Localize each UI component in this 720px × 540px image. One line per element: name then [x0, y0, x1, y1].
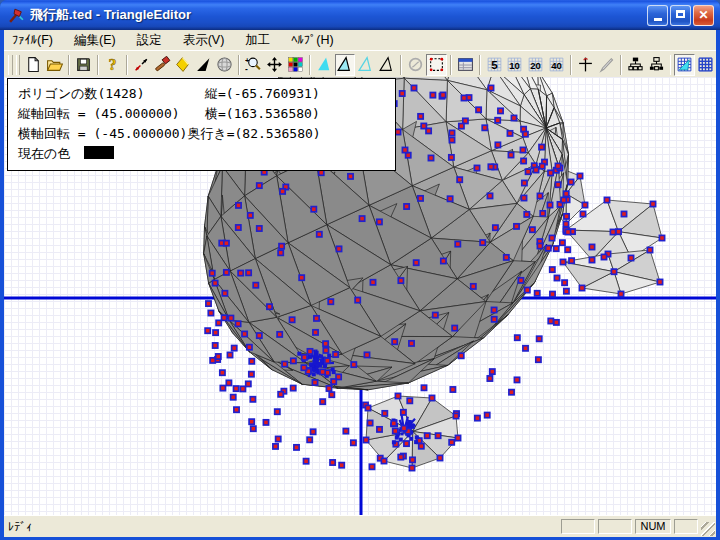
polygon-count-label: ポリゴンの数(1428): [18, 84, 205, 104]
toolbar-button-grid-blue[interactable]: [695, 54, 716, 76]
app-icon: [8, 7, 25, 24]
pen-icon: [598, 56, 615, 73]
current-color-label: 現在の色: [18, 146, 70, 161]
menu-item-file[interactable]: ﾌｧｲﾙ(F): [4, 31, 61, 49]
zoom-icon: +-: [245, 56, 262, 73]
toolbar-button-select-arrows[interactable]: [131, 54, 152, 76]
toolbar-separator: [238, 55, 240, 75]
triangle-light-icon: [357, 56, 374, 73]
toolbar-separator: [97, 55, 99, 75]
toolbar-button-tree-down[interactable]: [625, 54, 646, 76]
toolbar-separator: [400, 55, 402, 75]
svg-text:5: 5: [491, 58, 498, 71]
toolbar-separator: [570, 55, 572, 75]
toolbar-button-save[interactable]: [73, 54, 94, 76]
select-arrows-icon: [133, 56, 150, 73]
svg-text:10: 10: [510, 60, 521, 71]
form-table-icon: [457, 56, 474, 73]
toolbar-button-triangle-light[interactable]: [355, 54, 376, 76]
info-row-horizontal-rotation: 横軸回転 = (-45.000000)奥行き=(82.536580): [18, 124, 395, 144]
status-cell-extra: [598, 519, 632, 534]
grid-5-icon: 5: [486, 56, 503, 73]
toolbar-button-paint[interactable]: [172, 54, 193, 76]
svg-text:-: -: [245, 64, 248, 73]
toolbar-button-zoom[interactable]: +-: [243, 54, 264, 76]
toolbar: ?+-5102040: [4, 50, 716, 78]
svg-text:?: ?: [108, 56, 116, 73]
move-icon: [266, 56, 283, 73]
toolbar-separator: [68, 55, 70, 75]
title-bar[interactable]: 飛行船.ted - TriangleEditor ✕: [0, 0, 720, 30]
toolbar-button-help[interactable]: ?: [102, 54, 123, 76]
coord-depth-label: 奥行き=(82.536580): [187, 126, 320, 141]
status-cell-scrl: [674, 519, 698, 534]
toolbar-button-triangle-wire[interactable]: [376, 54, 397, 76]
toolbar-separator: [670, 55, 672, 75]
vertical-rotation-label: 縦軸回転 = (45.000000): [18, 104, 205, 124]
axis-cross-icon: [577, 56, 594, 73]
menu-item-help[interactable]: ﾍﾙﾌﾟ(H): [283, 31, 341, 49]
cone-icon: [195, 56, 212, 73]
menu-item-settings[interactable]: 設定: [129, 30, 170, 51]
paint-icon: [174, 56, 191, 73]
toolbar-button-move[interactable]: [264, 54, 285, 76]
toolbar-button-cone[interactable]: [193, 54, 214, 76]
triangle-filled-icon: [316, 56, 333, 73]
toolbar-button-grid-10[interactable]: 10: [504, 54, 525, 76]
coord-y-label: 縦=(-65.760931): [205, 86, 320, 101]
svg-text:40: 40: [551, 60, 562, 71]
save-icon: [75, 56, 92, 73]
maximize-button[interactable]: [670, 5, 691, 26]
menu-item-view[interactable]: 表示(V): [175, 30, 233, 51]
horizontal-rotation-label: 横軸回転 = (-45.000000): [18, 126, 187, 141]
hammer-icon: [154, 56, 171, 73]
close-button[interactable]: ✕: [693, 5, 714, 26]
selection-box-icon: [428, 56, 445, 73]
toolbar-button-form-table[interactable]: [455, 54, 476, 76]
triangle-outline-icon: [336, 56, 353, 73]
minimize-button[interactable]: [647, 5, 668, 26]
toolbar-button-palette[interactable]: [285, 54, 306, 76]
toolbar-button-sphere[interactable]: [214, 54, 235, 76]
tree-down-icon: [627, 56, 644, 73]
circle-half-icon: [407, 56, 424, 73]
status-bar: ﾚﾃﾞｨ NUM: [4, 515, 716, 537]
toolbar-button-axis-cross[interactable]: [575, 54, 596, 76]
new-document-icon: [25, 56, 42, 73]
status-cell-cap: [561, 519, 595, 534]
toolbar-separator: [309, 55, 311, 75]
toolbar-button-new-document[interactable]: [23, 54, 44, 76]
toolbar-button-selection-box[interactable]: [426, 54, 447, 76]
grid-triangle-icon: [676, 56, 693, 73]
info-panel: ポリゴンの数(1428)縦=(-65.760931) 縦軸回転 = (45.00…: [7, 78, 396, 171]
toolbar-gripper[interactable]: [16, 55, 21, 75]
window-title: 飛行船.ted - TriangleEditor: [30, 6, 647, 24]
info-row-polygons: ポリゴンの数(1428)縦=(-65.760931): [18, 84, 395, 104]
toolbar-button-grid-5[interactable]: 5: [484, 54, 505, 76]
status-cell-num: NUM: [635, 519, 671, 534]
svg-text:20: 20: [530, 60, 541, 71]
help-icon: ?: [104, 56, 121, 73]
toolbar-button-circle-half: [405, 54, 426, 76]
current-color-swatch: [84, 146, 114, 159]
toolbar-button-hammer[interactable]: [152, 54, 173, 76]
toolbar-button-open-folder[interactable]: [44, 54, 65, 76]
menu-item-edit[interactable]: 編集(E): [66, 30, 124, 51]
grid-blue-icon: [697, 56, 714, 73]
info-row-current-color: 現在の色: [18, 144, 395, 164]
toolbar-button-grid-20[interactable]: 20: [525, 54, 546, 76]
palette-icon: [287, 56, 304, 73]
grid-40-icon: 40: [548, 56, 565, 73]
resize-grip[interactable]: [701, 522, 715, 536]
toolbar-button-grid-triangle[interactable]: [674, 54, 695, 76]
coord-x-label: 横=(163.536580): [205, 106, 320, 121]
sphere-icon: [216, 56, 233, 73]
editor-canvas[interactable]: ポリゴンの数(1428)縦=(-65.760931) 縦軸回転 = (45.00…: [4, 77, 716, 515]
toolbar-button-grid-40[interactable]: 40: [546, 54, 567, 76]
toolbar-separator: [450, 55, 452, 75]
menu-item-process[interactable]: 加工: [237, 30, 278, 51]
toolbar-button-tree-up[interactable]: [646, 54, 667, 76]
toolbar-button-triangle-filled[interactable]: [314, 54, 335, 76]
toolbar-gripper[interactable]: [8, 55, 13, 75]
toolbar-button-triangle-outline[interactable]: [335, 54, 356, 76]
